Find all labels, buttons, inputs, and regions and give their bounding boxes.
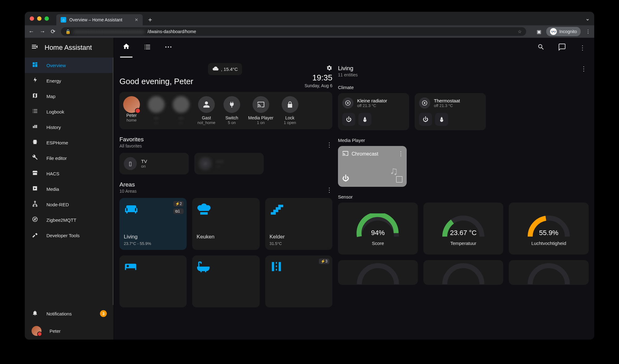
dashboard-icon bbox=[32, 62, 38, 69]
climate-card[interactable]: Thermostaatoff 21.3 °C⏻ bbox=[415, 93, 486, 130]
incognito-icon: 👓 bbox=[550, 28, 557, 35]
tab-home[interactable] bbox=[120, 38, 132, 58]
avatar-icon bbox=[32, 326, 41, 336]
wrench-icon bbox=[32, 154, 38, 162]
svg-point-4 bbox=[424, 102, 426, 104]
status-pill[interactable]: Switch5 on bbox=[223, 96, 240, 125]
status-pill[interactable]: Media Player1 on bbox=[248, 96, 274, 125]
heat-button[interactable] bbox=[435, 113, 448, 126]
back-button[interactable]: ← bbox=[28, 28, 34, 35]
power-button[interactable]: ⏻ bbox=[419, 113, 432, 126]
sidebar-item-label: File editor bbox=[46, 156, 67, 161]
sensor-gauge-card[interactable]: 94%Score bbox=[338, 203, 418, 255]
favorite-card[interactable]: ▫·········· bbox=[194, 153, 264, 174]
sensor-gauge-card[interactable] bbox=[423, 260, 503, 285]
area-badge: ⚡3 bbox=[319, 259, 329, 264]
media-icon bbox=[32, 185, 38, 193]
status-pill[interactable]: Peterhome bbox=[123, 96, 140, 125]
chevron-down-icon[interactable]: ⌄ bbox=[585, 15, 590, 22]
reload-button[interactable]: ⟳ bbox=[51, 28, 55, 35]
sitemap-icon bbox=[32, 201, 38, 208]
sidebar-header: Home Assistant bbox=[25, 38, 114, 58]
clock-time: 19:35 bbox=[305, 73, 332, 83]
star-icon[interactable]: ☆ bbox=[518, 29, 522, 34]
sidebar-user[interactable]: Peter bbox=[25, 322, 114, 340]
favorite-card[interactable]: ▯TVon bbox=[119, 153, 189, 174]
weather-chip[interactable]: , 15.4°C bbox=[208, 63, 242, 75]
sidebar-item-node-red[interactable]: Node-RED bbox=[25, 197, 113, 212]
status-pill[interactable]: ········ bbox=[173, 96, 189, 125]
sidebar-item-logbook[interactable]: Logbook bbox=[25, 104, 113, 119]
heat-button[interactable] bbox=[358, 113, 371, 126]
url-bar[interactable]: 🔒 aaaaaaaaaaaaaaaaaaaaaaaaaa /dwains-das… bbox=[61, 27, 526, 36]
areas-header: Areas 10 Areas bbox=[119, 181, 332, 194]
weather-icon bbox=[212, 66, 219, 73]
area-card[interactable] bbox=[192, 255, 259, 307]
search-icon[interactable] bbox=[535, 38, 547, 57]
tab-title: Overview – Home Assistant bbox=[69, 17, 122, 22]
window-controls[interactable] bbox=[30, 16, 49, 21]
status-pill[interactable]: Lock1 open bbox=[282, 96, 298, 125]
gear-icon[interactable] bbox=[326, 65, 332, 73]
svg-point-2 bbox=[347, 102, 349, 104]
sidebar-item-overview[interactable]: Overview bbox=[25, 58, 113, 73]
power-icon[interactable]: ⏻ bbox=[342, 174, 349, 182]
climate-card[interactable]: Kleine radiatoroff 21.3 °C⏻ bbox=[338, 93, 409, 130]
extensions-icon[interactable]: ▣ bbox=[537, 29, 541, 35]
blur-icon: ▫ bbox=[199, 157, 212, 170]
sidebar-item-map[interactable]: Map bbox=[25, 88, 113, 104]
media-section-label: Media Player bbox=[338, 138, 589, 143]
tab-list[interactable] bbox=[141, 38, 154, 57]
forward-button[interactable]: → bbox=[40, 28, 45, 35]
area-card[interactable] bbox=[119, 255, 187, 307]
maximize-window-icon[interactable] bbox=[45, 16, 49, 21]
browser-tab-active[interactable]: ⌂ Overview – Home Assistant ✕ bbox=[56, 14, 143, 25]
sidebar-item-zigbee2mqtt[interactable]: Zigbee2MQTT bbox=[25, 212, 113, 228]
tab-more[interactable] bbox=[162, 38, 175, 57]
sensor-gauge-card[interactable]: 23.67 °CTemperatuur bbox=[423, 203, 503, 255]
minimize-window-icon[interactable] bbox=[37, 16, 41, 21]
topbar bbox=[114, 38, 594, 58]
area-card[interactable]: Kelder31.5°C bbox=[265, 198, 332, 250]
play-icon[interactable] bbox=[396, 176, 402, 182]
media-player-card[interactable]: Chromecast ♫ ⏻ bbox=[338, 146, 407, 187]
sidebar-item-energy[interactable]: Energy bbox=[25, 73, 113, 88]
sidebar-item-hacs[interactable]: HACS bbox=[25, 166, 113, 181]
areas-more-button[interactable] bbox=[326, 186, 332, 194]
browser-menu-button[interactable] bbox=[586, 29, 591, 35]
chat-icon[interactable] bbox=[556, 38, 568, 57]
status-pill[interactable]: ········ bbox=[148, 96, 165, 125]
media-more-button[interactable] bbox=[398, 150, 404, 157]
notifications-label: Notifications bbox=[46, 311, 72, 316]
topbar-menu-button[interactable] bbox=[577, 39, 588, 56]
sensor-gauge-card[interactable]: 55.9%Luchtvochtigheid bbox=[509, 203, 589, 255]
favorites-title: Favorites bbox=[119, 136, 144, 143]
incognito-badge[interactable]: 👓 Incognito bbox=[546, 27, 581, 36]
tab-close-icon[interactable]: ✕ bbox=[135, 17, 138, 22]
area-badge: ⚡2 bbox=[173, 201, 184, 207]
lock-icon: 🔒 bbox=[65, 29, 71, 34]
sidebar-item-esphome[interactable]: ESPHome bbox=[25, 135, 113, 150]
new-tab-button[interactable]: ＋ bbox=[147, 15, 153, 24]
area-card[interactable]: Keuken bbox=[192, 198, 259, 250]
sensor-gauge-card[interactable] bbox=[509, 260, 589, 285]
sidebar-item-label: Overview bbox=[46, 63, 66, 68]
sidebar-item-developer-tools[interactable]: Developer Tools bbox=[25, 228, 113, 243]
area-card[interactable]: ⚡2⧉1Living23.7°C - 55.9% bbox=[119, 198, 187, 250]
sidebar-item-history[interactable]: History bbox=[25, 119, 113, 135]
close-window-icon[interactable] bbox=[30, 16, 34, 21]
stairs-icon bbox=[270, 202, 328, 220]
room-more-button[interactable] bbox=[581, 65, 589, 72]
sidebar-item-file-editor[interactable]: File editor bbox=[25, 150, 113, 166]
power-button[interactable]: ⏻ bbox=[342, 113, 355, 126]
sidebar-notifications[interactable]: Notifications 3 bbox=[25, 305, 114, 322]
status-pill-row: Peterhome················Gastnot_homeSwi… bbox=[119, 92, 332, 129]
sensor-gauge-card[interactable] bbox=[338, 260, 418, 285]
notifications-badge: 3 bbox=[100, 310, 107, 317]
sidebar-item-media[interactable]: Media bbox=[25, 181, 113, 197]
area-card[interactable]: ⚡3 bbox=[265, 255, 332, 307]
menu-collapse-icon[interactable] bbox=[31, 43, 38, 52]
url-path: /dwains-dashboard/home bbox=[147, 29, 196, 34]
status-pill[interactable]: Gastnot_home bbox=[197, 96, 215, 125]
favorites-more-button[interactable] bbox=[326, 141, 332, 148]
